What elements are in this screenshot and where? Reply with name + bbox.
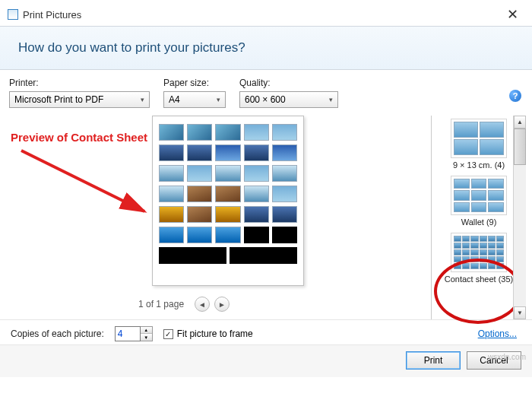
layout-label: 9 × 13 cm. (4)	[453, 160, 505, 170]
printer-group: Printer: Microsoft Print to PDF ▾	[9, 78, 150, 108]
quality-group: Quality: 600 × 600 ▾	[239, 78, 338, 108]
printer-value: Microsoft Print to PDF	[14, 94, 103, 105]
layout-panel: 9 × 13 cm. (4) Wallet (9) Contact sheet …	[431, 116, 526, 319]
title-left: Print Pictures	[8, 9, 81, 21]
page-indicator: 1 of 1 page	[138, 299, 184, 309]
body-area: 1 of 1 page ◄ ► 9 × 13 cm. (4) Wallet (9…	[0, 113, 532, 319]
button-row: Print Cancel	[0, 344, 532, 377]
controls-row: Printer: Microsoft Print to PDF ▾ Paper …	[0, 70, 532, 113]
paper-group: Paper size: A4 ▾	[163, 78, 226, 108]
chevron-down-icon: ▾	[217, 96, 220, 103]
close-button[interactable]: ✕	[501, 5, 524, 24]
scroll-up-button[interactable]: ▲	[514, 116, 526, 129]
options-link[interactable]: Options...	[478, 328, 523, 339]
next-page-button[interactable]: ►	[214, 297, 230, 312]
chevron-down-icon: ▾	[141, 96, 144, 103]
printer-select[interactable]: Microsoft Print to PDF ▾	[9, 91, 150, 108]
copies-label: Copies of each picture:	[11, 328, 104, 339]
chevron-down-icon: ▾	[329, 96, 333, 103]
fit-frame-checkbox[interactable]: ✓ Fit picture to frame	[163, 328, 253, 339]
window-title: Print Pictures	[23, 9, 81, 21]
layout-wallet[interactable]: Wallet (9)	[451, 176, 507, 227]
copies-spinner[interactable]: ▲ ▼	[115, 326, 153, 341]
watermark: wsxdn.com	[488, 353, 526, 361]
layout-label: Contact sheet (35)	[445, 274, 514, 284]
copies-input[interactable]	[115, 326, 141, 341]
contact-sheet-preview	[152, 116, 304, 286]
layout-scrollbar[interactable]: ▲ ▼	[513, 116, 526, 319]
checkbox-box: ✓	[163, 329, 173, 339]
layout-label: Wallet (9)	[461, 217, 497, 227]
layout-9x13[interactable]: 9 × 13 cm. (4)	[451, 119, 507, 170]
title-bar: Print Pictures ✕	[0, 0, 532, 26]
copies-up-button[interactable]: ▲	[141, 327, 152, 334]
quality-label: Quality:	[239, 78, 338, 88]
paper-select[interactable]: A4 ▾	[163, 91, 226, 108]
paper-label: Paper size:	[163, 78, 226, 88]
options-row: Copies of each picture: ▲ ▼ ✓ Fit pictur…	[0, 319, 532, 344]
help-icon[interactable]: ?	[509, 90, 521, 102]
pager: 1 of 1 page ◄ ►	[138, 297, 230, 312]
print-pictures-icon	[8, 9, 18, 20]
quality-select[interactable]: 600 × 600 ▾	[239, 91, 338, 108]
paper-value: A4	[169, 94, 180, 105]
banner-question: How do you want to print your pictures?	[18, 40, 245, 55]
print-button[interactable]: Print	[406, 351, 461, 370]
layout-contact-sheet[interactable]: Contact sheet (35)	[445, 233, 514, 284]
fit-frame-label: Fit picture to frame	[177, 328, 253, 339]
copies-down-button[interactable]: ▼	[141, 334, 152, 341]
scroll-thumb[interactable]	[514, 129, 526, 165]
header-banner: How do you want to print your pictures?	[0, 26, 532, 70]
quality-value: 600 × 600	[245, 94, 286, 105]
preview-pane: 1 of 1 page ◄ ►	[9, 116, 431, 319]
printer-label: Printer:	[9, 78, 150, 88]
prev-page-button[interactable]: ◄	[195, 297, 210, 312]
scroll-down-button[interactable]: ▼	[514, 306, 526, 319]
